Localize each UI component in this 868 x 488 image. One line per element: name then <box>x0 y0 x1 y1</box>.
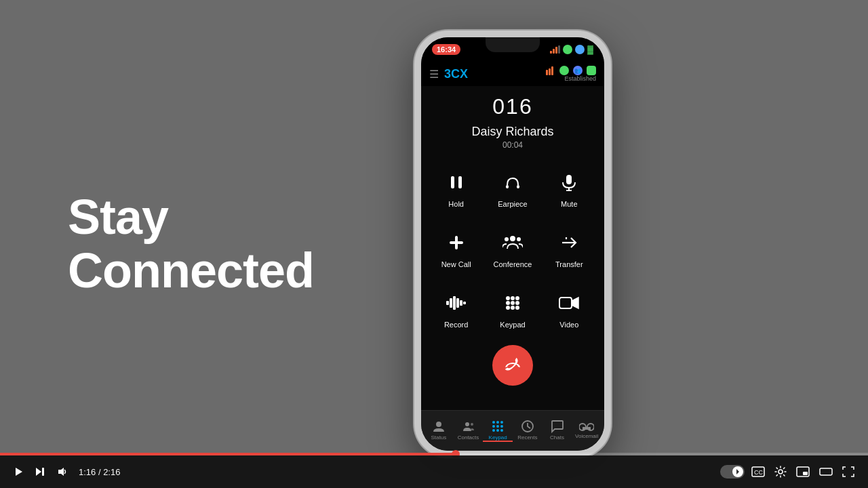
svg-point-22 <box>511 296 515 300</box>
earpiece-label: Earpiece <box>498 200 527 208</box>
skip-button[interactable] <box>33 464 49 480</box>
action-grid-row1: Hold Earpiece <box>421 161 604 215</box>
svg-point-40 <box>492 429 495 432</box>
status-time: 16:34 <box>432 44 460 55</box>
contacts-nav-icon <box>462 420 475 433</box>
video-controls-bar: 1:16 / 2:16 CC <box>0 455 868 488</box>
svg-point-42 <box>500 429 503 432</box>
status-icons: ▓ <box>550 45 593 54</box>
mute-icon <box>554 167 584 197</box>
svg-marker-51 <box>736 469 739 474</box>
transfer-button[interactable]: Transfer <box>541 221 597 275</box>
svg-rect-4 <box>458 176 462 188</box>
volume-button[interactable] <box>54 464 71 480</box>
settings-button[interactable] <box>772 463 789 481</box>
conference-icon <box>498 228 528 258</box>
recents-nav-icon <box>521 420 534 433</box>
battery-icon: ▓ <box>587 45 593 54</box>
svg-point-12 <box>510 236 515 241</box>
video-ctrl-right: CC <box>720 463 857 481</box>
record-icon <box>441 288 471 318</box>
video-icon <box>554 288 584 318</box>
hamburger-icon[interactable]: ☰ <box>429 68 439 81</box>
mute-label: Mute <box>561 200 577 208</box>
svg-point-23 <box>515 296 519 300</box>
video-label: Video <box>559 321 578 329</box>
call-screen: 016 Daisy Richards 00:04 Hold <box>421 86 604 410</box>
video-button[interactable]: Video <box>541 281 597 336</box>
svg-point-26 <box>515 301 519 305</box>
status-nav-icon <box>432 420 446 433</box>
svg-rect-46 <box>583 427 591 430</box>
mute-button[interactable]: Mute <box>541 161 597 215</box>
svg-rect-19 <box>460 300 462 306</box>
conference-label: Conference <box>494 260 532 268</box>
nav-contacts[interactable]: Contacts <box>454 420 484 442</box>
svg-point-29 <box>515 306 519 310</box>
hold-label: Hold <box>448 200 464 208</box>
action-grid-row2: New Call Conference <box>421 221 604 275</box>
nav-status-label: Status <box>431 434 446 441</box>
nav-chats-label: Chats <box>550 434 564 441</box>
notch <box>486 37 540 52</box>
play-toggle-knob <box>732 466 743 477</box>
svg-point-37 <box>492 425 495 428</box>
keypad-icon <box>498 288 528 318</box>
phone-mockup: 16:34 ▓ ☰ 3CX <box>414 30 611 458</box>
nav-keypad[interactable]: Keypad <box>483 420 513 442</box>
time-display: 1:16 / 2:16 <box>79 467 120 477</box>
established-label: Established <box>564 75 596 82</box>
play-button[interactable] <box>11 464 27 480</box>
end-call-button[interactable] <box>492 345 533 386</box>
svg-point-41 <box>496 429 499 432</box>
svg-rect-17 <box>453 296 456 310</box>
fullscreen-button[interactable] <box>840 464 857 480</box>
voicemail-nav-icon <box>579 421 594 432</box>
phone-status-bar: 16:34 ▓ <box>421 37 604 62</box>
signal-bars <box>550 45 560 54</box>
svg-rect-0 <box>546 70 548 75</box>
nav-voicemail[interactable]: Voicemail <box>572 421 601 441</box>
mini-player-button[interactable] <box>793 464 812 480</box>
svg-marker-50 <box>58 468 64 476</box>
svg-rect-5 <box>506 185 509 188</box>
svg-point-54 <box>778 470 783 474</box>
svg-point-34 <box>492 421 495 424</box>
svg-point-27 <box>506 306 510 310</box>
svg-rect-1 <box>549 68 551 75</box>
svg-point-28 <box>511 306 515 310</box>
new-call-button[interactable]: New Call <box>428 221 484 275</box>
svg-point-21 <box>506 296 510 300</box>
keypad-button[interactable]: Keypad <box>484 281 540 336</box>
app-logo: 3CX <box>444 67 468 81</box>
earpiece-button[interactable]: Earpiece <box>484 161 540 215</box>
cc-button[interactable]: CC <box>749 464 768 480</box>
hero-text: Stay Connected <box>68 190 314 298</box>
svg-point-39 <box>500 425 503 428</box>
svg-rect-30 <box>559 298 572 308</box>
call-duration: 00:04 <box>502 140 523 150</box>
signal-icon <box>546 66 555 75</box>
earpiece-icon <box>498 167 528 197</box>
svg-point-24 <box>506 301 510 305</box>
conference-button[interactable]: Conference <box>484 221 540 275</box>
nav-status[interactable]: Status <box>424 420 454 442</box>
end-call-area <box>492 336 533 395</box>
theater-button[interactable] <box>816 464 835 480</box>
svg-rect-57 <box>820 468 832 475</box>
hold-button[interactable]: Hold <box>428 161 484 215</box>
nav-chats[interactable]: Chats <box>542 420 572 442</box>
nav-contacts-label: Contacts <box>458 434 479 441</box>
users-icon: 👥 <box>573 66 583 75</box>
action-grid-row3: Record <box>421 281 604 336</box>
svg-point-14 <box>517 237 521 241</box>
record-button[interactable]: Record <box>428 281 484 336</box>
svg-marker-47 <box>16 468 22 476</box>
play-toggle[interactable] <box>720 465 745 479</box>
new-call-icon <box>441 228 471 258</box>
nav-recents[interactable]: Recents <box>513 420 542 442</box>
nav-voicemail-label: Voicemail <box>575 433 598 439</box>
new-call-label: New Call <box>441 260 471 268</box>
chats-nav-icon <box>551 420 564 433</box>
transfer-label: Transfer <box>555 260 583 268</box>
